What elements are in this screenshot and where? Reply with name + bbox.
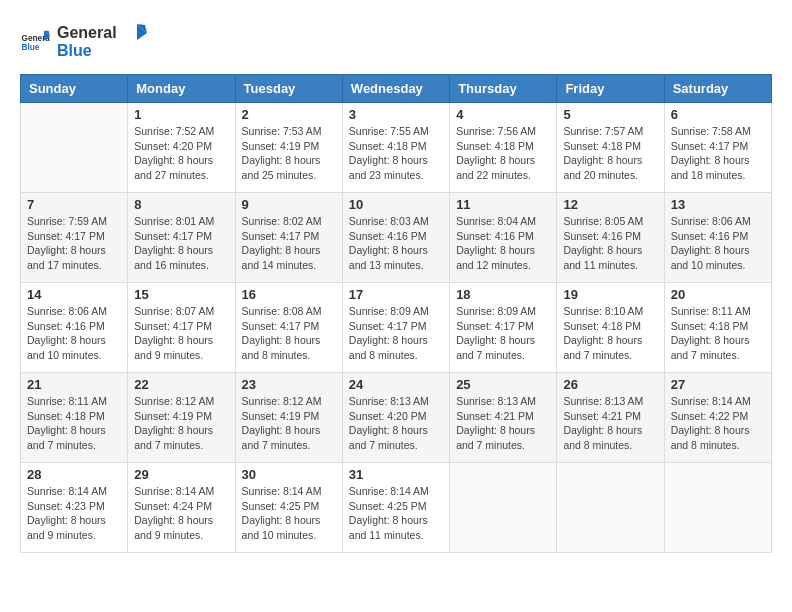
calendar-day-cell: 17Sunrise: 8:09 AMSunset: 4:17 PMDayligh… (342, 283, 449, 373)
svg-text:Blue: Blue (57, 42, 92, 59)
day-info: Sunrise: 8:13 AMSunset: 4:21 PMDaylight:… (563, 394, 657, 453)
day-info: Sunrise: 8:13 AMSunset: 4:20 PMDaylight:… (349, 394, 443, 453)
calendar-day-cell: 9Sunrise: 8:02 AMSunset: 4:17 PMDaylight… (235, 193, 342, 283)
day-info: Sunrise: 8:11 AMSunset: 4:18 PMDaylight:… (671, 304, 765, 363)
day-info: Sunrise: 7:55 AMSunset: 4:18 PMDaylight:… (349, 124, 443, 183)
calendar-week-row: 7Sunrise: 7:59 AMSunset: 4:17 PMDaylight… (21, 193, 772, 283)
calendar-day-cell: 10Sunrise: 8:03 AMSunset: 4:16 PMDayligh… (342, 193, 449, 283)
calendar-day-cell: 5Sunrise: 7:57 AMSunset: 4:18 PMDaylight… (557, 103, 664, 193)
day-info: Sunrise: 8:14 AMSunset: 4:22 PMDaylight:… (671, 394, 765, 453)
day-number: 5 (563, 107, 657, 122)
day-info: Sunrise: 8:12 AMSunset: 4:19 PMDaylight:… (134, 394, 228, 453)
svg-text:General: General (57, 24, 117, 41)
day-info: Sunrise: 8:10 AMSunset: 4:18 PMDaylight:… (563, 304, 657, 363)
calendar-day-cell: 28Sunrise: 8:14 AMSunset: 4:23 PMDayligh… (21, 463, 128, 553)
calendar-week-row: 21Sunrise: 8:11 AMSunset: 4:18 PMDayligh… (21, 373, 772, 463)
day-number: 29 (134, 467, 228, 482)
day-info: Sunrise: 8:03 AMSunset: 4:16 PMDaylight:… (349, 214, 443, 273)
calendar-day-cell: 31Sunrise: 8:14 AMSunset: 4:25 PMDayligh… (342, 463, 449, 553)
calendar-day-cell: 20Sunrise: 8:11 AMSunset: 4:18 PMDayligh… (664, 283, 771, 373)
day-info: Sunrise: 8:07 AMSunset: 4:17 PMDaylight:… (134, 304, 228, 363)
calendar-week-row: 1Sunrise: 7:52 AMSunset: 4:20 PMDaylight… (21, 103, 772, 193)
day-number: 14 (27, 287, 121, 302)
day-number: 26 (563, 377, 657, 392)
calendar-day-cell: 13Sunrise: 8:06 AMSunset: 4:16 PMDayligh… (664, 193, 771, 283)
calendar-day-cell: 30Sunrise: 8:14 AMSunset: 4:25 PMDayligh… (235, 463, 342, 553)
day-info: Sunrise: 7:57 AMSunset: 4:18 PMDaylight:… (563, 124, 657, 183)
calendar-day-cell: 24Sunrise: 8:13 AMSunset: 4:20 PMDayligh… (342, 373, 449, 463)
calendar-day-cell (664, 463, 771, 553)
calendar-day-cell: 7Sunrise: 7:59 AMSunset: 4:17 PMDaylight… (21, 193, 128, 283)
day-info: Sunrise: 7:56 AMSunset: 4:18 PMDaylight:… (456, 124, 550, 183)
day-number: 16 (242, 287, 336, 302)
day-info: Sunrise: 8:12 AMSunset: 4:19 PMDaylight:… (242, 394, 336, 453)
logo-icon: General Blue (20, 27, 50, 57)
calendar-table: SundayMondayTuesdayWednesdayThursdayFrid… (20, 74, 772, 553)
day-number: 13 (671, 197, 765, 212)
calendar-day-cell: 22Sunrise: 8:12 AMSunset: 4:19 PMDayligh… (128, 373, 235, 463)
day-number: 17 (349, 287, 443, 302)
day-info: Sunrise: 8:14 AMSunset: 4:24 PMDaylight:… (134, 484, 228, 543)
calendar-day-cell: 16Sunrise: 8:08 AMSunset: 4:17 PMDayligh… (235, 283, 342, 373)
weekday-header: Saturday (664, 75, 771, 103)
weekday-header: Monday (128, 75, 235, 103)
weekday-header: Tuesday (235, 75, 342, 103)
weekday-header: Thursday (450, 75, 557, 103)
day-info: Sunrise: 8:11 AMSunset: 4:18 PMDaylight:… (27, 394, 121, 453)
calendar-day-cell (557, 463, 664, 553)
day-number: 1 (134, 107, 228, 122)
day-info: Sunrise: 8:14 AMSunset: 4:23 PMDaylight:… (27, 484, 121, 543)
day-number: 3 (349, 107, 443, 122)
day-number: 25 (456, 377, 550, 392)
calendar-day-cell: 29Sunrise: 8:14 AMSunset: 4:24 PMDayligh… (128, 463, 235, 553)
weekday-header: Wednesday (342, 75, 449, 103)
calendar-day-cell: 19Sunrise: 8:10 AMSunset: 4:18 PMDayligh… (557, 283, 664, 373)
svg-text:Blue: Blue (22, 43, 40, 52)
day-number: 12 (563, 197, 657, 212)
day-number: 30 (242, 467, 336, 482)
day-info: Sunrise: 8:06 AMSunset: 4:16 PMDaylight:… (671, 214, 765, 273)
calendar-day-cell: 23Sunrise: 8:12 AMSunset: 4:19 PMDayligh… (235, 373, 342, 463)
calendar-day-cell: 11Sunrise: 8:04 AMSunset: 4:16 PMDayligh… (450, 193, 557, 283)
day-info: Sunrise: 7:59 AMSunset: 4:17 PMDaylight:… (27, 214, 121, 273)
day-info: Sunrise: 8:04 AMSunset: 4:16 PMDaylight:… (456, 214, 550, 273)
day-number: 28 (27, 467, 121, 482)
calendar-week-row: 14Sunrise: 8:06 AMSunset: 4:16 PMDayligh… (21, 283, 772, 373)
calendar-day-cell: 27Sunrise: 8:14 AMSunset: 4:22 PMDayligh… (664, 373, 771, 463)
day-info: Sunrise: 7:52 AMSunset: 4:20 PMDaylight:… (134, 124, 228, 183)
weekday-header: Sunday (21, 75, 128, 103)
day-info: Sunrise: 8:08 AMSunset: 4:17 PMDaylight:… (242, 304, 336, 363)
day-number: 8 (134, 197, 228, 212)
day-number: 21 (27, 377, 121, 392)
calendar-day-cell: 18Sunrise: 8:09 AMSunset: 4:17 PMDayligh… (450, 283, 557, 373)
day-info: Sunrise: 8:02 AMSunset: 4:17 PMDaylight:… (242, 214, 336, 273)
calendar-day-cell: 25Sunrise: 8:13 AMSunset: 4:21 PMDayligh… (450, 373, 557, 463)
day-info: Sunrise: 8:13 AMSunset: 4:21 PMDaylight:… (456, 394, 550, 453)
day-info: Sunrise: 8:14 AMSunset: 4:25 PMDaylight:… (242, 484, 336, 543)
day-info: Sunrise: 7:53 AMSunset: 4:19 PMDaylight:… (242, 124, 336, 183)
header: General Blue General Blue (20, 20, 772, 64)
calendar-day-cell: 21Sunrise: 8:11 AMSunset: 4:18 PMDayligh… (21, 373, 128, 463)
day-number: 6 (671, 107, 765, 122)
calendar-week-row: 28Sunrise: 8:14 AMSunset: 4:23 PMDayligh… (21, 463, 772, 553)
calendar-day-cell: 14Sunrise: 8:06 AMSunset: 4:16 PMDayligh… (21, 283, 128, 373)
day-info: Sunrise: 8:06 AMSunset: 4:16 PMDaylight:… (27, 304, 121, 363)
day-number: 24 (349, 377, 443, 392)
day-info: Sunrise: 8:09 AMSunset: 4:17 PMDaylight:… (456, 304, 550, 363)
day-number: 15 (134, 287, 228, 302)
weekday-header: Friday (557, 75, 664, 103)
day-number: 9 (242, 197, 336, 212)
day-number: 19 (563, 287, 657, 302)
calendar-day-cell (450, 463, 557, 553)
calendar-header-row: SundayMondayTuesdayWednesdayThursdayFrid… (21, 75, 772, 103)
logo: General Blue General Blue (20, 20, 147, 64)
day-info: Sunrise: 8:09 AMSunset: 4:17 PMDaylight:… (349, 304, 443, 363)
day-info: Sunrise: 8:05 AMSunset: 4:16 PMDaylight:… (563, 214, 657, 273)
calendar-day-cell (21, 103, 128, 193)
day-number: 2 (242, 107, 336, 122)
calendar-day-cell: 8Sunrise: 8:01 AMSunset: 4:17 PMDaylight… (128, 193, 235, 283)
calendar-day-cell: 12Sunrise: 8:05 AMSunset: 4:16 PMDayligh… (557, 193, 664, 283)
day-number: 23 (242, 377, 336, 392)
day-number: 11 (456, 197, 550, 212)
day-number: 31 (349, 467, 443, 482)
